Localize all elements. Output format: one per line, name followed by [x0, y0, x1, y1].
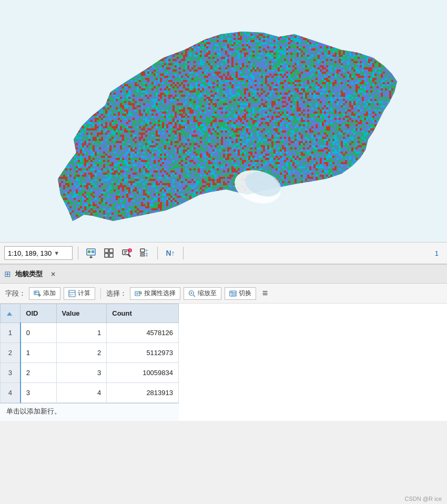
oid-cell: 2 — [21, 363, 56, 383]
table-icon: ⊞ — [4, 269, 11, 279]
select-by-attr-button[interactable]: 按属性选择 — [130, 287, 180, 300]
row-number: 3 — [1, 363, 21, 383]
field-sep-1 — [100, 288, 101, 299]
count-cell: 5112973 — [107, 343, 179, 363]
select-label: 选择： — [106, 289, 127, 298]
svg-line-34 — [141, 293, 142, 294]
toolbar-separator-2 — [157, 247, 158, 259]
dots-button[interactable] — [137, 246, 152, 260]
map-canvas — [0, 0, 447, 242]
dots-icon — [139, 248, 150, 258]
oid-cell: 3 — [21, 383, 56, 403]
attribute-table: OID Value Count 1 0 1 4578126 2 1 2 5112… — [0, 304, 179, 403]
row-number: 2 — [1, 343, 21, 363]
add-row-hint[interactable]: 单击以添加新行。 — [0, 403, 179, 421]
svg-line-36 — [194, 295, 196, 297]
scale-dropdown-icon[interactable]: ▼ — [54, 250, 59, 256]
watermark: CSDN @R ice — [405, 496, 442, 502]
svg-rect-42 — [232, 293, 236, 296]
identify-icon — [121, 248, 132, 258]
field-label: 字段： — [5, 289, 26, 298]
svg-point-20 — [146, 253, 148, 255]
svg-rect-8 — [109, 254, 113, 257]
sort-indicator — [7, 312, 12, 316]
attribute-panel: ⊞ 地貌类型 × 字段： 添加 π= 计算 选择： — [0, 264, 447, 421]
attr-tab-bar: ⊞ 地貌类型 × — [0, 265, 447, 284]
table-row[interactable]: 4 3 4 2813913 — [1, 383, 179, 403]
row-number: 1 — [1, 323, 21, 343]
svg-rect-17 — [140, 253, 145, 254]
value-cell: 1 — [56, 323, 107, 343]
add-layer-icon — [86, 248, 96, 258]
svg-point-21 — [146, 255, 148, 257]
row-number: 4 — [1, 383, 21, 403]
value-cell: 2 — [56, 343, 107, 363]
value-cell: 3 — [56, 363, 107, 383]
count-cell: 10059834 — [107, 363, 179, 383]
scale-value: 1:10, 189, 130 — [8, 249, 52, 257]
scale-selector[interactable]: 1:10, 189, 130 ▼ — [4, 246, 73, 260]
add-field-button[interactable]: 添加 — [29, 287, 60, 300]
zoom-icon — [188, 290, 196, 297]
north-icon: N↑ — [166, 249, 175, 257]
svg-text:π=: π= — [69, 293, 74, 296]
oid-cell: 1 — [21, 343, 56, 363]
table-row[interactable]: 2 1 2 5112973 — [1, 343, 179, 363]
svg-rect-16 — [140, 249, 145, 252]
oid-header[interactable]: OID — [21, 304, 56, 323]
count-cell: 4578126 — [107, 323, 179, 343]
table-body: 1 0 1 4578126 2 1 2 5112973 3 2 3 100598… — [1, 323, 179, 403]
by-attr-label: 按属性选择 — [144, 289, 176, 298]
grid-icon — [104, 248, 114, 258]
select-attr-icon — [135, 290, 142, 297]
value-header[interactable]: Value — [56, 304, 107, 323]
grid-button[interactable] — [101, 246, 116, 260]
svg-point-19 — [146, 250, 148, 251]
svg-rect-7 — [105, 254, 108, 257]
map-view[interactable] — [0, 0, 447, 242]
toolbar-separator-3 — [183, 247, 184, 259]
zoom-label: 缩放至 — [198, 289, 217, 298]
count-cell: 2813913 — [107, 383, 179, 403]
value-cell: 4 — [56, 383, 107, 403]
svg-rect-9 — [123, 250, 129, 255]
count-header[interactable]: Count — [107, 304, 179, 323]
switch-label: 切换 — [239, 289, 251, 298]
oid-cell: 0 — [21, 323, 56, 343]
zoom-to-button[interactable]: 缩放至 — [184, 287, 221, 300]
table-header-row: OID Value Count — [1, 304, 179, 323]
map-toolbar: 1:10, 189, 130 ▼ — [0, 242, 447, 264]
identify-button[interactable] — [119, 246, 134, 260]
switch-icon — [229, 290, 237, 297]
switch-button[interactable]: 切换 — [225, 287, 256, 300]
attribute-table-container[interactable]: OID Value Count 1 0 1 4578126 2 1 2 5112… — [0, 304, 447, 421]
add-field-label: 添加 — [43, 289, 56, 298]
table-row[interactable]: 3 2 3 10059834 — [1, 363, 179, 383]
add-field-icon — [34, 290, 41, 297]
svg-rect-6 — [109, 249, 113, 253]
calc-icon: π= — [68, 290, 76, 297]
tab-label: 地貌类型 — [15, 269, 43, 279]
north-arrow-button[interactable]: N↑ — [163, 246, 178, 260]
menu-icon-button[interactable]: ≡ — [259, 288, 271, 299]
toolbar-separator-1 — [78, 247, 78, 259]
sort-col[interactable] — [1, 304, 21, 323]
svg-rect-5 — [105, 249, 108, 253]
svg-rect-2 — [92, 250, 94, 253]
add-layer-button[interactable] — [84, 246, 98, 260]
tab-close-button[interactable]: × — [49, 270, 57, 278]
calc-label: 计算 — [78, 289, 90, 298]
table-row[interactable]: 1 0 1 4578126 — [1, 323, 179, 343]
svg-rect-18 — [140, 255, 145, 256]
svg-rect-1 — [88, 250, 90, 253]
calc-button[interactable]: π= 计算 — [64, 287, 95, 300]
field-toolbar: 字段： 添加 π= 计算 选择： — [0, 284, 447, 304]
page-number: 1 — [435, 249, 443, 257]
